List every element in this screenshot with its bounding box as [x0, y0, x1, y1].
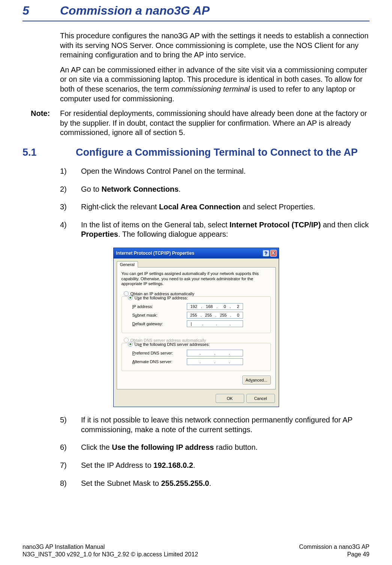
dialog-titlebar[interactable]: Internet Protocol (TCP/IP) Properties ? … [114, 248, 279, 258]
subnet-mask-input[interactable]: 255.255.255. 0 [187, 312, 243, 319]
chapter-heading: 5 Commission a nano3G AP [23, 4, 369, 18]
footer-page-number: Page 49 [299, 551, 369, 558]
close-icon[interactable]: X [270, 250, 277, 257]
step-4: 4) In the list of items on the General t… [60, 220, 369, 239]
radio-icon [128, 342, 133, 347]
step-6: 6) Click the Use the following IP addres… [60, 443, 369, 452]
page-footer: nano3G AP Installation Manual N3G_INST_3… [23, 543, 369, 558]
ok-button[interactable]: OK [216, 394, 244, 403]
intro-paragraph-1: This procedure configures the nano3G AP … [60, 31, 369, 60]
dialog-title: Internet Protocol (TCP/IP) Properties [116, 251, 195, 256]
dialog-description: You can get IP settings assigned automat… [122, 271, 271, 287]
step-1: 1) Open the Windows Control Panel on the… [60, 167, 369, 176]
tab-general[interactable]: General [117, 261, 138, 267]
section-number: 5.1 [23, 147, 76, 158]
alternate-dns-field: Alternate DNS server: . . . [132, 358, 267, 365]
preferred-dns-input[interactable]: . . . [187, 350, 243, 356]
subnet-mask-field: Subnet mask: 255.255.255. 0 [132, 312, 267, 319]
preferred-dns-field: Preferred DNS server: . . . [132, 350, 267, 356]
section-title: Configure a Commissioning Terminal to Co… [76, 147, 358, 158]
step-2: 2) Go to Network Connections. [60, 185, 369, 194]
ip-address-input[interactable]: 192.168. 0. 2 [187, 303, 243, 310]
cancel-button[interactable]: Cancel [246, 394, 275, 403]
help-icon[interactable]: ? [263, 250, 269, 257]
section-heading: 5.1 Configure a Commissioning Terminal t… [23, 147, 369, 158]
chapter-rule [23, 21, 369, 21]
footer-manual-title: nano3G AP Installation Manual [23, 543, 198, 551]
alternate-dns-input[interactable]: . . . [187, 358, 243, 365]
advanced-button[interactable]: Advanced... [242, 376, 271, 385]
default-gateway-field: Default gateway: | . . . [132, 320, 267, 327]
radio-icon [128, 295, 133, 300]
ip-address-field: IP address: 192.168. 0. 2 [132, 303, 267, 310]
chapter-number: 5 [23, 4, 60, 18]
note-label: Note: [23, 109, 60, 138]
default-gateway-input[interactable]: | . . . [187, 320, 243, 327]
intro-paragraph-2: An AP can be commissioned either in adva… [60, 65, 369, 104]
step-3: 3) Right-click the relevant Local Area C… [60, 202, 369, 212]
footer-section-title: Commission a nano3G AP [299, 543, 369, 551]
footer-copyright: N3G_INST_300 v292_1.0 for N3G_2.92 © ip.… [23, 551, 198, 558]
chapter-title: Commission a nano3G AP [60, 4, 210, 18]
step-8: 8) Set the Subnet Mask to 255.255.255.0. [60, 479, 369, 488]
step-5: 5) If it is not possible to leave this n… [60, 415, 369, 434]
note-body: For residential deployments, commissioni… [60, 109, 369, 138]
tcpip-properties-dialog: Internet Protocol (TCP/IP) Properties ? … [113, 248, 279, 407]
radio-use-following-ip[interactable]: Use the following IP address: [128, 295, 267, 300]
radio-use-following-dns[interactable]: Use the following DNS server addresses: [128, 342, 267, 347]
note-block: Note: For residential deployments, commi… [23, 109, 369, 138]
step-7: 7) Set the IP Address to 192.168.0.2. [60, 461, 369, 470]
